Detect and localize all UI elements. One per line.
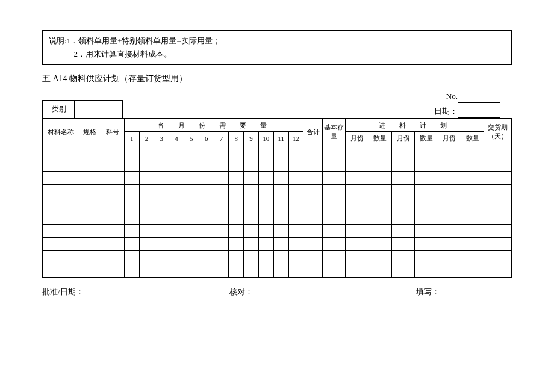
hdr-month-10: 10 bbox=[258, 132, 273, 145]
table-cell bbox=[322, 198, 345, 211]
approve-label: 批准/日期： bbox=[42, 287, 84, 296]
table-cell bbox=[124, 198, 139, 211]
table-cell bbox=[346, 251, 369, 264]
table-cell bbox=[415, 238, 438, 251]
note-text-2: 2．用来计算直接材料成本。 bbox=[74, 49, 172, 58]
table-cell bbox=[484, 185, 511, 198]
table-cell bbox=[229, 185, 244, 198]
table-cell bbox=[415, 172, 438, 185]
table-cell bbox=[303, 185, 323, 198]
table-cell bbox=[273, 185, 288, 198]
hdr-spec: 规格 bbox=[78, 119, 101, 145]
table-cell bbox=[229, 264, 244, 278]
hdr-in-col-2: 数量 bbox=[369, 132, 391, 145]
table-cell bbox=[303, 251, 323, 264]
table-cell bbox=[154, 251, 169, 264]
table-cell bbox=[438, 145, 461, 158]
table-row bbox=[43, 225, 511, 238]
table-cell bbox=[288, 264, 303, 278]
table-cell bbox=[199, 251, 214, 264]
table-cell bbox=[258, 145, 273, 158]
table-cell bbox=[43, 172, 78, 185]
table-cell bbox=[391, 158, 414, 172]
hdr-material-name: 材料名称 bbox=[43, 119, 78, 145]
table-cell bbox=[461, 145, 484, 158]
table-cell bbox=[154, 264, 169, 278]
table-cell bbox=[288, 251, 303, 264]
table-cell bbox=[415, 264, 438, 278]
table-cell bbox=[124, 185, 139, 198]
check-label: 核对： bbox=[229, 287, 253, 296]
table-cell bbox=[101, 185, 124, 198]
table-cell bbox=[303, 225, 323, 238]
table-cell bbox=[124, 211, 139, 225]
table-cell bbox=[169, 251, 184, 264]
table-cell bbox=[438, 158, 461, 172]
table-cell bbox=[391, 264, 414, 278]
table-row bbox=[43, 145, 511, 158]
table-cell bbox=[214, 211, 229, 225]
table-cell bbox=[43, 185, 78, 198]
table-cell bbox=[43, 145, 78, 158]
category-box: 类别 bbox=[42, 100, 123, 118]
table-row bbox=[43, 172, 511, 185]
table-cell bbox=[303, 172, 323, 185]
table-row bbox=[43, 158, 511, 172]
table-cell bbox=[244, 145, 259, 158]
note-line-1: 说明:1．领料单用量+特别领料单用量=实际用量； bbox=[49, 34, 505, 48]
table-cell bbox=[154, 172, 169, 185]
table-cell bbox=[184, 264, 199, 278]
table-cell bbox=[438, 185, 461, 198]
table-cell bbox=[303, 145, 323, 158]
table-cell bbox=[199, 185, 214, 198]
table-cell bbox=[229, 172, 244, 185]
table-cell bbox=[124, 264, 139, 278]
table-cell bbox=[484, 158, 511, 172]
table-cell bbox=[346, 238, 369, 251]
table-cell bbox=[346, 264, 369, 278]
footer-check: 核对： bbox=[199, 287, 355, 297]
table-cell bbox=[484, 145, 511, 158]
no-label: No. bbox=[446, 92, 458, 101]
table-cell bbox=[322, 251, 345, 264]
hdr-month-7: 7 bbox=[214, 132, 229, 145]
table-cell bbox=[484, 198, 511, 211]
table-cell bbox=[214, 238, 229, 251]
hdr-month-2: 2 bbox=[139, 132, 154, 145]
table-cell bbox=[346, 158, 369, 172]
table-cell bbox=[139, 225, 154, 238]
table-cell bbox=[139, 145, 154, 158]
table-cell bbox=[438, 225, 461, 238]
table-cell bbox=[184, 185, 199, 198]
table-cell bbox=[43, 251, 78, 264]
table-cell bbox=[322, 172, 345, 185]
table-cell bbox=[101, 172, 124, 185]
table-cell bbox=[273, 264, 288, 278]
table-cell bbox=[438, 198, 461, 211]
table-cell bbox=[154, 225, 169, 238]
table-cell bbox=[346, 145, 369, 158]
table-cell bbox=[258, 251, 273, 264]
table-cell bbox=[214, 172, 229, 185]
table-cell bbox=[244, 158, 259, 172]
table-cell bbox=[199, 172, 214, 185]
table-cell bbox=[369, 225, 391, 238]
table-cell bbox=[43, 211, 78, 225]
table-cell bbox=[229, 238, 244, 251]
table-cell bbox=[244, 225, 259, 238]
table-cell bbox=[369, 264, 391, 278]
table-cell bbox=[139, 211, 154, 225]
table-cell bbox=[484, 251, 511, 264]
table-cell bbox=[369, 172, 391, 185]
table-cell bbox=[391, 198, 414, 211]
table-cell bbox=[288, 172, 303, 185]
table-cell bbox=[184, 211, 199, 225]
table-cell bbox=[199, 211, 214, 225]
table-cell bbox=[258, 198, 273, 211]
table-cell bbox=[322, 238, 345, 251]
table-cell bbox=[184, 225, 199, 238]
table-cell bbox=[139, 158, 154, 172]
table-cell bbox=[369, 238, 391, 251]
hdr-in-col-5: 月份 bbox=[438, 132, 461, 145]
table-cell bbox=[78, 145, 101, 158]
